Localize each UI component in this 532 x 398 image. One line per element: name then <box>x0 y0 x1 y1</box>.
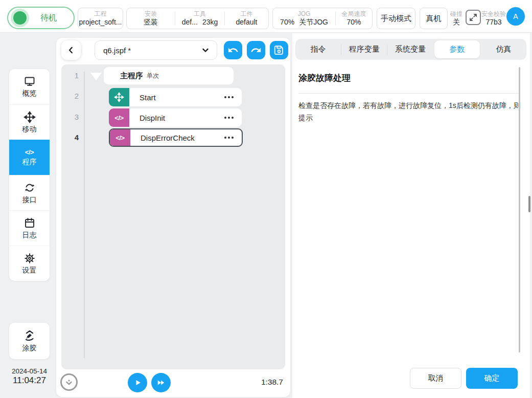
jog-group: JOG 70% 关节JOG 全局速度 70% <box>272 8 373 29</box>
robot-status-button[interactable]: 待机 <box>7 7 75 29</box>
global-speed-label: 全局速度 <box>342 10 366 17</box>
divider <box>298 93 519 94</box>
expand-arrows-icon <box>469 13 478 22</box>
jog-mode: 关节JOG <box>299 17 328 27</box>
project-label: 工程 <box>95 10 107 17</box>
step-forward-button[interactable] <box>151 373 171 392</box>
sidebar-item-move[interactable]: 移动 <box>9 104 50 140</box>
manual-mode-button[interactable]: 手动模式 <box>377 8 415 29</box>
code-icon: </> <box>25 148 34 156</box>
redo-button[interactable] <box>247 41 265 59</box>
program-row-start[interactable]: Start <box>109 88 242 106</box>
workpiece-label: 工件 <box>241 10 253 17</box>
workpiece-selector[interactable]: 工件 default <box>225 8 268 29</box>
tool-selector[interactable]: 工具 def... 23kg <box>175 8 224 29</box>
jog-selector[interactable]: JOG 70% 关节JOG <box>273 8 335 29</box>
tab-simulation[interactable]: 仿真 <box>481 39 526 60</box>
sidebar-item-interface[interactable]: 接口 <box>9 175 50 210</box>
tab-system-variables[interactable]: 系统变量 <box>387 39 433 60</box>
program-row-disperrorcheck[interactable]: </> DispErrorCheck <box>109 128 243 147</box>
command-label: DispErrorCheck <box>130 134 224 142</box>
collapse-panel-button[interactable] <box>60 373 78 391</box>
save-icon <box>273 45 285 56</box>
chevron-down-icon <box>200 45 211 55</box>
collision-label: 碰撞 <box>450 10 462 17</box>
collision-toggle[interactable]: 碰撞 关 <box>448 8 465 29</box>
cancel-button[interactable]: 取消 <box>410 368 461 389</box>
monitor-icon <box>24 75 36 87</box>
mount-selector[interactable]: 安装 竖装 <box>127 8 175 29</box>
undo-button[interactable] <box>224 41 242 59</box>
mount-label: 安装 <box>145 10 157 17</box>
detail-panel: 指令 程序变量 系统变量 参数 仿真 涂胶故障处理 检查是否存在故障，若有故障，… <box>292 33 530 398</box>
script-command-icon: </> <box>110 129 130 146</box>
parameter-description: 检查是否存在故障，若有故障，进行故障复位，1s后检测仍有故障，则提示 <box>298 99 521 124</box>
tool-weight: 23kg <box>202 17 218 27</box>
current-time: 11:04:27 <box>4 375 55 386</box>
panel-scrollbar[interactable] <box>519 67 520 352</box>
sidebar-item-program[interactable]: </> 程序 <box>9 140 50 175</box>
line-number: 2 <box>65 92 79 100</box>
parameter-title: 涂胶故障处理 <box>298 72 351 84</box>
redo-icon <box>250 45 262 56</box>
sidebar-nav: 概览 移动 </> 程序 <box>9 69 50 281</box>
sidebar-item-label: 概览 <box>22 89 37 98</box>
status-dot-icon <box>13 11 27 25</box>
project-selector[interactable]: 工程 project_soft... <box>78 8 123 29</box>
app-screen: 待机 工程 project_soft... 安装 竖装 工具 def... 23… <box>0 0 532 398</box>
indent-guide <box>84 72 85 358</box>
more-options-icon[interactable] <box>224 96 242 98</box>
undo-icon <box>227 45 239 56</box>
gear-icon <box>24 252 36 264</box>
global-speed-selector[interactable]: 全局速度 70% <box>336 8 372 29</box>
sidebar-item-label: 日志 <box>22 231 37 240</box>
tab-program-variables[interactable]: 程序变量 <box>341 39 387 60</box>
window-scrollbar[interactable] <box>528 196 530 212</box>
tab-parameters[interactable]: 参数 <box>434 40 480 58</box>
command-label: DispInit <box>129 114 224 122</box>
current-date: 2024-05-14 <box>4 367 55 375</box>
program-file-name: q6.jspf * <box>103 46 200 55</box>
back-button[interactable] <box>61 40 81 60</box>
program-file-dropdown[interactable]: q6.jspf * <box>95 40 217 60</box>
collision-value: 关 <box>453 17 460 27</box>
tool-label: 工具 <box>194 10 206 17</box>
workpiece-value: default <box>236 17 257 27</box>
main-program-title: 主程序 <box>120 71 143 81</box>
program-row-dispinit[interactable]: </> DispInit <box>109 108 242 127</box>
program-row-main[interactable]: 主程序 单次 <box>104 67 234 84</box>
sidebar-item-glue[interactable]: 涂胶 <box>9 323 50 359</box>
more-options-icon[interactable] <box>224 137 242 139</box>
confirm-button[interactable]: 确定 <box>466 368 518 389</box>
sync-arrows-icon <box>24 182 36 194</box>
real-robot-button[interactable]: 真机 <box>420 8 448 29</box>
sidebar-item-settings[interactable]: 设置 <box>9 246 50 281</box>
run-program-button[interactable] <box>128 373 147 392</box>
jog-percent: 70% <box>280 17 294 27</box>
top-status-bar: 待机 工程 project_soft... 安装 竖装 工具 def... 23… <box>0 0 532 33</box>
sidebar-item-log[interactable]: 日志 <box>9 210 50 246</box>
glue-gun-icon <box>23 329 36 342</box>
line-number: 1 <box>65 71 79 80</box>
fast-forward-icon <box>156 378 166 388</box>
status-label: 待机 <box>27 13 74 24</box>
move-arrows-icon <box>24 111 36 123</box>
chevron-down-circle-icon <box>63 377 75 388</box>
collapse-triangle-icon[interactable] <box>90 73 102 80</box>
save-button[interactable] <box>270 41 288 59</box>
tab-instruction[interactable]: 指令 <box>295 39 341 60</box>
program-line-list: 1 2 3 4 主程序 单次 <box>61 64 285 369</box>
fullscreen-button[interactable] <box>466 10 481 25</box>
sidebar-item-overview[interactable]: 概览 <box>9 69 50 104</box>
line-number: 4 <box>65 133 79 142</box>
safety-check-indicator[interactable]: 安全校验 77b3 <box>482 8 505 29</box>
mount-value: 竖装 <box>144 17 158 27</box>
sidebar-item-label: 设置 <box>22 266 37 275</box>
move-command-icon <box>109 88 129 106</box>
calendar-icon <box>24 217 36 229</box>
more-options-icon[interactable] <box>224 117 242 119</box>
play-icon <box>132 378 143 388</box>
run-time-display: 1:38.7 <box>261 378 283 387</box>
user-avatar[interactable]: A <box>506 7 525 26</box>
sidebar-item-label: 接口 <box>22 195 37 205</box>
